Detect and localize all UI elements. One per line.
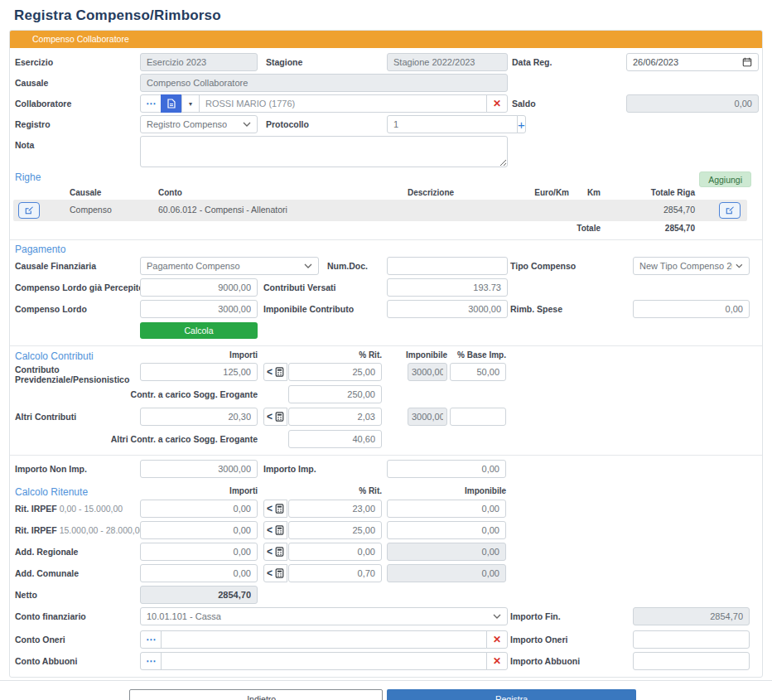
altri-base-field[interactable]	[450, 408, 506, 426]
calculator-icon[interactable]	[275, 547, 284, 557]
add-regionale-rit[interactable]	[288, 543, 382, 561]
nota-label: Nota	[15, 140, 34, 150]
add-regionale-importo[interactable]	[140, 543, 258, 561]
conto-oneri-field[interactable]	[161, 630, 487, 649]
rit-irpef-2-calc-addon[interactable]: <	[263, 521, 287, 539]
registra-button[interactable]: Registra	[387, 689, 636, 700]
rit-irpef-2-rit[interactable]	[288, 521, 382, 539]
indietro-button[interactable]: ← Indietro	[129, 689, 383, 700]
importo-abbuoni-field[interactable]	[633, 652, 750, 670]
contributi-header-row: Calcolo Contributi Importi % Rit. Imponi…	[10, 350, 762, 360]
collaboratore-picker: ⋯ ▾ ✕	[140, 94, 508, 113]
add-comunale-importo[interactable]	[140, 564, 258, 582]
rit-irpef-2-imponibile[interactable]	[387, 521, 506, 539]
protocollo-add-button[interactable]: +	[517, 115, 526, 133]
netto-field	[140, 586, 258, 604]
row-registro: Registro Registro Compenso Protocollo +	[10, 115, 762, 133]
rit-irpef-2-importo[interactable]	[140, 521, 258, 539]
altri-rit-field[interactable]	[288, 408, 382, 426]
altri-calc-addon[interactable]: <	[263, 408, 287, 426]
contr-carico-field[interactable]	[288, 385, 382, 403]
calculator-icon[interactable]	[275, 367, 284, 377]
conto-abbuoni-clear-button[interactable]: ✕	[486, 652, 508, 670]
registro-select[interactable]: Registro Compenso	[140, 115, 258, 133]
stagione-label: Stagione	[266, 57, 302, 67]
collaboratore-card-button[interactable]	[161, 94, 182, 113]
rit-range: 0,00 - 15.000,00	[60, 504, 123, 514]
previdenziale-importo-field[interactable]	[140, 363, 258, 381]
row-calcola: Calcola	[10, 322, 762, 339]
lordo-percepito-field[interactable]	[140, 278, 258, 297]
conto-abbuoni-field[interactable]	[161, 652, 487, 670]
tipo-compenso-select[interactable]: New Tipo Compenso 2023	[633, 257, 750, 275]
calendar-icon[interactable]	[742, 57, 752, 67]
protocollo-field[interactable]	[387, 115, 518, 133]
data-reg-input[interactable]: 26/06/2023	[626, 53, 759, 71]
rit-irpef-1-rit[interactable]	[288, 500, 382, 518]
rit-irpef-1-calc-addon[interactable]: <	[263, 500, 287, 518]
importo-imp-label: Importo Imp.	[263, 464, 316, 474]
less-than-icon: <	[267, 504, 273, 514]
previdenziale-rit-field[interactable]	[288, 363, 382, 381]
contributi-versati-field[interactable]	[387, 278, 508, 297]
importo-non-imp-field[interactable]	[140, 460, 258, 478]
calcola-button[interactable]: Calcola	[140, 322, 258, 339]
back-arrow-icon: ←	[236, 694, 245, 700]
importo-oneri-field[interactable]	[633, 630, 750, 649]
compenso-lordo-field[interactable]	[140, 300, 258, 318]
netto-label: Netto	[15, 590, 37, 600]
conto-finanziario-select[interactable]: 10.01.101 - Cassa	[140, 607, 508, 625]
collaboratore-dropdown-button[interactable]: ▾	[181, 94, 200, 113]
causale-label: Causale	[15, 78, 48, 88]
altri-importo-field[interactable]	[140, 408, 258, 426]
edit-row-button[interactable]	[18, 202, 40, 219]
altri-imponibile-field	[408, 408, 447, 426]
row-importi: Importo Non Imp. Importo Imp.	[10, 460, 762, 478]
ellipsis-icon: ⋯	[146, 99, 156, 109]
col-descrizione: Descrizione	[408, 188, 454, 197]
imponibile-contributo-field[interactable]	[387, 300, 508, 318]
previdenziale-calc-addon[interactable]: <	[263, 363, 287, 381]
altri-contr-carico-field[interactable]	[288, 430, 382, 448]
calculator-icon[interactable]	[275, 412, 284, 422]
conto-oneri-more-button[interactable]: ⋯	[140, 630, 162, 649]
header-rit: % Rit.	[288, 486, 382, 495]
calculator-icon[interactable]	[275, 504, 284, 514]
row-altri-contr-carico: Altri Contr. a carico Sogg. Erogante	[10, 430, 762, 448]
add-comunale-calc-addon[interactable]: <	[263, 564, 287, 582]
rit-irpef-2-label: Rit. IRPEF 15.000,00 - 28.000,00	[15, 525, 144, 535]
rit-irpef-1-imponibile[interactable]	[387, 500, 506, 518]
previdenziale-base-field[interactable]	[450, 363, 506, 381]
edit-icon	[24, 205, 34, 215]
registro-label: Registro	[15, 119, 51, 129]
row-altri-contributi: Altri Contributi <	[10, 408, 762, 426]
header-base-imp: % Base Imp.	[423, 350, 506, 360]
nota-textarea[interactable]	[140, 136, 508, 167]
num-doc-field[interactable]	[387, 257, 508, 275]
collaboratore-clear-button[interactable]: ✕	[486, 94, 508, 113]
add-regionale-calc-addon[interactable]: <	[263, 543, 287, 561]
collaboratore-field[interactable]	[199, 94, 487, 113]
importo-imp-field[interactable]	[387, 460, 506, 478]
clear-x-icon: ✕	[493, 99, 501, 109]
add-comunale-imponibile	[387, 564, 506, 582]
causale-finanziaria-select[interactable]: Pagamento Compenso	[140, 257, 319, 275]
header-imponibile: Imponibile	[387, 486, 506, 495]
edit-row-button-right[interactable]	[719, 202, 741, 219]
conto-oneri-clear-button[interactable]: ✕	[486, 630, 508, 649]
rimb-spese-field[interactable]	[633, 300, 750, 318]
conto-abbuoni-more-button[interactable]: ⋯	[140, 652, 162, 670]
calculator-icon[interactable]	[275, 525, 284, 535]
aggiungi-button[interactable]: Aggiungi	[699, 171, 751, 187]
ellipsis-icon: ⋯	[146, 635, 156, 644]
rit-irpef-1-importo[interactable]	[140, 500, 258, 518]
calculator-icon[interactable]	[275, 568, 284, 578]
protocollo-group: +	[387, 115, 508, 133]
add-comunale-rit[interactable]	[288, 564, 382, 582]
row-netto: Netto	[10, 586, 762, 604]
conto-abbuoni-label: Conto Abbuoni	[15, 656, 77, 666]
collaboratore-more-button[interactable]: ⋯	[140, 94, 162, 113]
panel-body: Esercizio Stagione Data Reg. 26/06/2023 …	[10, 48, 762, 677]
ritenute-heading: Calcolo Ritenute	[15, 486, 88, 498]
data-reg-value: 26/06/2023	[633, 57, 678, 67]
